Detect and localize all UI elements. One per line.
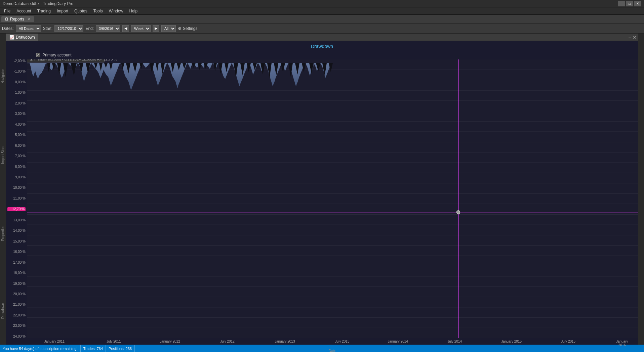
settings-icon: ⚙	[178, 26, 182, 31]
svg-text:▲ Primary account - 8/11/2014 : ▲ Primary account - 8/11/2014 12:00:00 A…	[30, 59, 117, 61]
chart-title: Drawdown	[311, 44, 333, 49]
menu-tools[interactable]: Tools	[91, 8, 106, 14]
title-bar: DemoDatabase.tdbx - TradingDiary Pro – □…	[0, 0, 644, 7]
title-bar-controls: – □ ✕	[618, 1, 641, 6]
left-sidebar: Navigator Import Stats Properties Drawdo…	[0, 34, 6, 352]
svg-point-73	[457, 211, 460, 214]
chart-legend: ✓ Primary account	[36, 53, 72, 57]
chart-svg: ▲ Primary account - 8/11/2014 12:00:00 A…	[27, 59, 638, 338]
reports-tab-bar: 🗒 Reports ✕	[0, 15, 644, 24]
menu-account[interactable]: Account	[14, 8, 34, 14]
x-label-jul2015: July 2015	[561, 340, 575, 343]
all-select[interactable]: All	[161, 25, 176, 32]
y-label-n2: -2,00 %	[7, 59, 26, 63]
drawdown-tab-bar: 📈 Drawdown – ✕	[6, 34, 638, 41]
svg-rect-0	[27, 59, 638, 338]
sidebar-navigator-label: Navigator	[1, 69, 5, 84]
menu-trading[interactable]: Trading	[35, 8, 53, 14]
y-label-8: 8,00 %	[7, 165, 26, 169]
sidebar-import-label: Import Stats	[1, 146, 5, 164]
legend-label: Primary account	[42, 53, 72, 57]
y-label-20: 20,00 %	[7, 293, 26, 296]
y-label-2: 2,00 %	[7, 102, 26, 105]
x-label-jan2011: January 2011	[44, 340, 65, 343]
y-label-10: 10,00 %	[7, 186, 26, 189]
x-label-jul2013: July 2013	[335, 340, 350, 343]
y-label-13: 13,00 %	[7, 219, 26, 222]
minimize-button[interactable]: –	[618, 1, 625, 6]
y-label-12-highlighted: 12,70 %	[7, 207, 26, 211]
menu-file[interactable]: File	[1, 8, 13, 14]
start-label: Start:	[43, 26, 53, 31]
settings-button[interactable]: ⚙ Settings	[178, 26, 197, 31]
start-date-select[interactable]: 12/17/2010	[54, 25, 83, 32]
next-button[interactable]: ▶	[153, 25, 159, 32]
reports-tab-label: Reports	[10, 17, 24, 21]
y-label-11: 11,00 %	[7, 197, 26, 200]
right-sidebar	[638, 34, 644, 352]
x-label-jan2014: January 2014	[388, 340, 408, 343]
y-label-0: 0,00 %	[7, 81, 26, 84]
menu-quotes[interactable]: Quotes	[72, 8, 90, 14]
x-axis-title: Date	[328, 349, 336, 352]
drawdown-tab-icon: 📈	[9, 35, 14, 40]
y-label-4: 4,00 %	[7, 123, 26, 126]
main-area: Navigator Import Stats Properties Drawdo…	[0, 34, 644, 352]
y-label-5: 5,00 %	[7, 133, 26, 137]
week-select[interactable]: Week	[131, 25, 151, 32]
dates-label: Dates:	[2, 26, 14, 31]
reports-tab-close[interactable]: ✕	[28, 17, 31, 21]
end-date-select[interactable]: 3/6/2016	[96, 25, 120, 32]
y-label-n1: -1,00 %	[7, 70, 26, 73]
y-label-17: 17,00 %	[7, 261, 26, 264]
y-label-1: 1,00 %	[7, 91, 26, 94]
y-label-23: 23,00 %	[7, 324, 26, 327]
drawdown-tab[interactable]: 📈 Drawdown	[6, 34, 38, 41]
x-label-jul2012: July 2012	[220, 340, 235, 343]
maximize-button[interactable]: □	[626, 1, 633, 6]
x-label-jan2015: January 2015	[501, 340, 522, 343]
menu-window[interactable]: Window	[106, 8, 126, 14]
drawdown-close-btn[interactable]: ✕	[633, 35, 637, 40]
settings-label: Settings	[183, 26, 197, 31]
end-label: End:	[85, 26, 94, 31]
x-label-jul2011: July 2011	[107, 340, 121, 343]
y-label-22: 22,00 %	[7, 314, 26, 317]
y-label-24: 24,00 %	[7, 335, 26, 338]
y-label-14: 14,00 %	[7, 229, 26, 232]
y-label-18: 18,00 %	[7, 271, 26, 275]
x-label-jan2012: January 2012	[160, 340, 180, 343]
x-label-jan2013: January 2013	[275, 340, 295, 343]
sidebar-drawdown-label: Drawdown	[1, 303, 5, 319]
y-label-15: 15,00 %	[7, 240, 26, 243]
menu-help[interactable]: Help	[126, 8, 140, 14]
chart-inner: Drawdown ✓ Primary account	[6, 41, 638, 352]
y-label-19: 19,00 %	[7, 282, 26, 285]
x-label-jul2014: July 2014	[447, 340, 462, 343]
drawdown-minimize-btn[interactable]: –	[629, 35, 631, 40]
toolbar: Dates: All Dates Start: 12/17/2010 End: …	[0, 24, 644, 34]
title-bar-title: DemoDatabase.tdbx - TradingDiary Pro	[3, 1, 73, 6]
dates-select[interactable]: All Dates	[16, 25, 41, 32]
reports-tab[interactable]: 🗒 Reports ✕	[1, 16, 34, 22]
reports-tab-icon: 🗒	[5, 17, 9, 21]
y-label-9: 9,00 %	[7, 176, 26, 179]
drawdown-tab-label: Drawdown	[16, 35, 35, 40]
y-axis: -2,00 % -1,00 % 0,00 % 1,00 % 2,00 % 3,0…	[6, 59, 27, 338]
y-label-21: 21,00 %	[7, 303, 26, 306]
y-label-6: 6,00 %	[7, 144, 26, 147]
x-label-jan2016: January 2016	[614, 340, 630, 347]
y-label-7: 7,00 %	[7, 155, 26, 158]
legend-checkbox[interactable]: ✓	[36, 53, 40, 57]
menu-import[interactable]: Import	[54, 8, 71, 14]
y-label-16: 16,00 %	[7, 250, 26, 254]
close-button[interactable]: ✕	[634, 1, 641, 6]
menu-bar: File Account Trading Import Quotes Tools…	[0, 7, 644, 15]
drawdown-tab-controls: – ✕	[629, 35, 638, 40]
chart-area: 📈 Drawdown – ✕ Drawdown ✓ Primary accoun…	[6, 34, 638, 352]
prev-button[interactable]: ◀	[122, 25, 129, 32]
sidebar-properties-label: Properties	[1, 226, 5, 241]
x-axis: January 2011 July 2011 January 2012 July…	[27, 338, 638, 352]
y-label-3: 3,00 %	[7, 112, 26, 116]
